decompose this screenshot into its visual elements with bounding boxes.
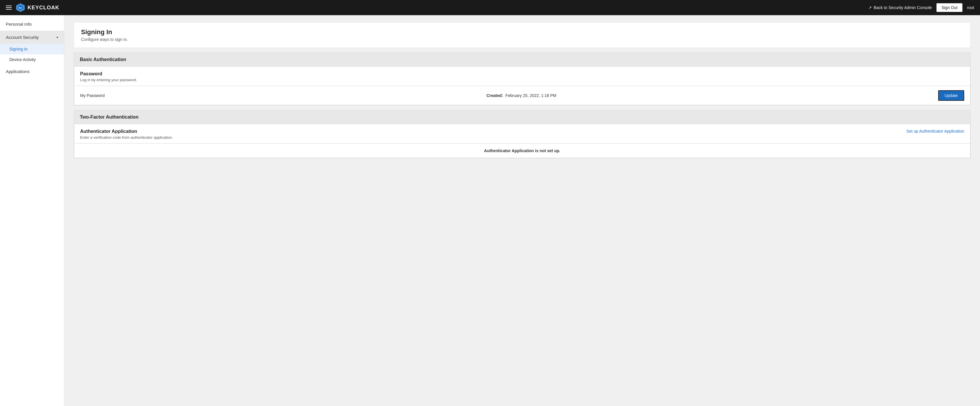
page-title: Signing In: [81, 29, 963, 36]
external-link-icon: ↗: [868, 5, 872, 10]
logo-text: KEYCLOAK: [27, 5, 59, 11]
main-content: Signing In Configure ways to sign in. Ba…: [64, 15, 980, 406]
topnav: KC KEYCLOAK ↗ Back to Security Admin Con…: [0, 0, 980, 15]
password-card-desc: Log in by entering your password.: [80, 78, 964, 82]
keycloak-logo-icon: KC: [16, 3, 25, 12]
password-created-meta: Created: February 25, 2022, 1:18 PM: [105, 93, 938, 98]
chevron-down-icon: ▾: [56, 35, 58, 40]
main-layout: Personal Info Account Security ▾ Signing…: [0, 15, 980, 406]
password-card-header: Password Log in by entering your passwor…: [74, 67, 970, 86]
topnav-left: KC KEYCLOAK: [6, 3, 59, 12]
back-to-admin-link[interactable]: ↗ Back to Security Admin Console: [868, 5, 932, 10]
authenticator-app-card: Authenticator Application Enter a verifi…: [74, 124, 970, 158]
password-card-actions: Update: [938, 90, 964, 101]
update-password-button[interactable]: Update: [938, 90, 964, 101]
hamburger-menu-icon[interactable]: [6, 6, 12, 10]
authenticator-app-title: Authenticator Application: [80, 129, 173, 134]
setup-authenticator-link[interactable]: Set up Authenticator Application: [906, 129, 964, 133]
password-card-title: Password: [80, 71, 964, 76]
username-label: root: [967, 5, 974, 10]
svg-text:KC: KC: [19, 6, 22, 10]
my-password-label: My Password: [80, 93, 105, 98]
authenticator-not-setup-row: Authenticator Application is not set up.: [74, 143, 970, 158]
topnav-right: ↗ Back to Security Admin Console Sign Ou…: [868, 3, 974, 12]
two-factor-section: Two-Factor Authentication Authenticator …: [74, 110, 970, 158]
basic-auth-section-header: Basic Authentication: [74, 53, 970, 66]
sidebar-subitem-signing-in[interactable]: Signing In: [0, 44, 64, 54]
authenticator-card-info: Authenticator Application Enter a verifi…: [80, 129, 173, 140]
signout-button[interactable]: Sign Out: [936, 3, 962, 12]
basic-auth-section: Basic Authentication Password Log in by …: [74, 52, 970, 105]
password-card: Password Log in by entering your passwor…: [74, 66, 970, 105]
sidebar-subitem-device-activity[interactable]: Device Activity: [0, 54, 64, 65]
page-subtitle: Configure ways to sign in.: [81, 37, 963, 42]
page-header: Signing In Configure ways to sign in.: [74, 22, 970, 48]
sidebar: Personal Info Account Security ▾ Signing…: [0, 15, 64, 406]
password-card-row: My Password Created: February 25, 2022, …: [74, 86, 970, 105]
sidebar-item-applications[interactable]: Applications: [0, 65, 64, 78]
sidebar-item-account-security[interactable]: Account Security ▾: [0, 31, 64, 44]
logo-area: KC KEYCLOAK: [16, 3, 59, 12]
authenticator-app-desc: Enter a verification code from authentic…: [80, 135, 173, 140]
sidebar-item-personal-info[interactable]: Personal Info: [0, 17, 64, 31]
authenticator-card-header: Authenticator Application Enter a verifi…: [74, 124, 970, 143]
two-factor-section-header: Two-Factor Authentication: [74, 110, 970, 124]
